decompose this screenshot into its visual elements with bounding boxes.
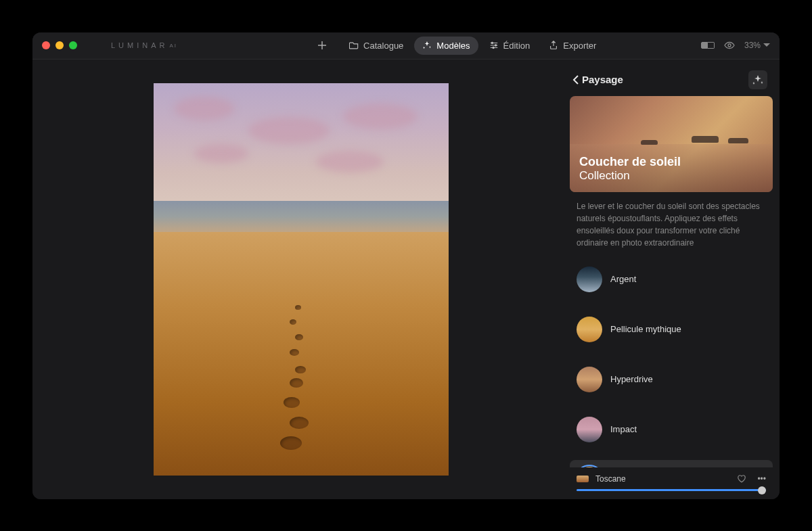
preset-item[interactable]: Argent xyxy=(570,260,773,299)
applied-label: Toscane xyxy=(595,474,626,484)
favorite-collection-button[interactable] xyxy=(778,137,780,157)
preset-item[interactable]: Hyperdrive xyxy=(570,360,773,399)
chevron-left-icon xyxy=(572,75,579,85)
preset-thumb xyxy=(577,267,602,292)
presets-list: ArgentPellicule mythiqueHyperdriveImpact… xyxy=(570,260,773,467)
slider-handle[interactable] xyxy=(758,486,766,494)
titlebar: LUMINARAI Catalogue Modèles Édition Expo… xyxy=(32,32,780,60)
preset-thumb xyxy=(577,317,602,342)
chevron-down-icon xyxy=(763,43,770,47)
folder-icon xyxy=(349,41,359,50)
zoom-control[interactable]: 33% xyxy=(744,41,770,50)
hero-subtitle: Collection xyxy=(579,169,681,183)
applied-preset-row: Toscane ••• xyxy=(570,467,773,486)
collection-description: Le lever et le coucher du soleil sont de… xyxy=(570,200,773,260)
fx-toggle-button[interactable] xyxy=(748,70,767,89)
applied-thumb xyxy=(577,476,589,482)
svg-point-2 xyxy=(492,47,493,48)
back-button[interactable]: Paysage xyxy=(572,74,623,85)
more-options-button[interactable]: ••• xyxy=(757,474,766,484)
main-photo[interactable] xyxy=(154,83,449,476)
preset-item[interactable]: Pellicule mythique xyxy=(570,310,773,349)
main-nav: Catalogue Modèles Édition Exporter xyxy=(313,36,604,55)
svg-point-1 xyxy=(495,45,496,46)
svg-point-0 xyxy=(491,42,493,43)
minimize-window-button[interactable] xyxy=(55,41,64,49)
nav-edition[interactable]: Édition xyxy=(481,37,539,55)
intensity-slider-row xyxy=(570,486,773,491)
add-button[interactable] xyxy=(313,36,332,55)
preset-label: Impact xyxy=(610,424,637,434)
svg-point-3 xyxy=(728,44,731,47)
right-controls: 33% xyxy=(701,40,770,51)
preset-thumb xyxy=(577,367,602,392)
preset-thumb xyxy=(577,417,602,442)
app-brand: LUMINARAI xyxy=(111,41,177,49)
sparkle-collapse-icon xyxy=(752,74,764,86)
preset-item[interactable]: Impact xyxy=(570,410,773,449)
nav-modeles[interactable]: Modèles xyxy=(414,37,478,55)
canvas-area xyxy=(32,60,570,499)
nav-exporter[interactable]: Exporter xyxy=(541,37,604,55)
heart-icon[interactable] xyxy=(737,474,746,484)
window-controls xyxy=(42,41,77,49)
compare-toggle[interactable] xyxy=(701,42,715,49)
preset-item[interactable]: Toscane xyxy=(570,460,773,467)
app-window: LUMINARAI Catalogue Modèles Édition Expo… xyxy=(32,32,780,499)
eye-icon[interactable] xyxy=(724,40,735,51)
preset-label: Pellicule mythique xyxy=(610,324,681,334)
preset-label: Hyperdrive xyxy=(610,374,653,384)
sliders-icon xyxy=(489,41,499,50)
preset-label: Argent xyxy=(610,274,636,284)
presets-panel: Paysage Coucher de soleil Collection xyxy=(570,60,780,499)
nav-catalogue[interactable]: Catalogue xyxy=(341,37,411,55)
intensity-slider[interactable] xyxy=(577,489,766,491)
sparkle-icon xyxy=(422,41,432,50)
maximize-window-button[interactable] xyxy=(69,41,77,49)
hero-title: Coucher de soleil xyxy=(579,155,681,169)
close-window-button[interactable] xyxy=(42,41,50,49)
export-icon xyxy=(549,41,558,50)
collection-hero[interactable]: Coucher de soleil Collection xyxy=(570,96,773,192)
